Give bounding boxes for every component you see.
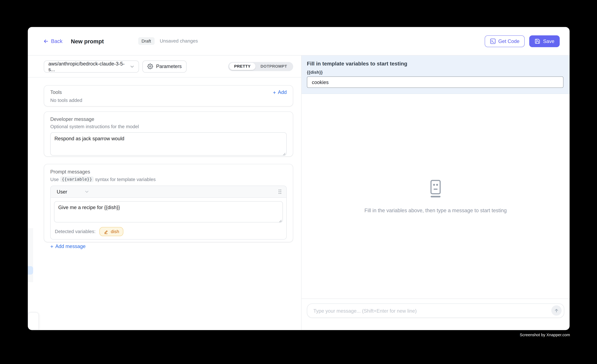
developer-message-subtitle: Optional system instructions for the mod…: [50, 124, 287, 129]
drag-handle-icon[interactable]: [278, 189, 282, 194]
parameters-label: Parameters: [156, 64, 182, 69]
tools-empty-text: No tools added: [50, 98, 287, 103]
toggle-pretty[interactable]: PRETTY: [229, 63, 255, 70]
variable-chip-dish[interactable]: dish: [99, 227, 123, 236]
message-body: Give me a recipe for {{dish}} Detected v…: [51, 198, 286, 239]
variable-syntax-chip: {{variable}}: [60, 176, 94, 182]
detected-variables-label: Detected variables:: [55, 229, 95, 234]
chat-message-input[interactable]: [313, 308, 546, 314]
save-button[interactable]: Save: [529, 35, 560, 47]
parameters-button[interactable]: Parameters: [142, 60, 187, 73]
header: Back New prompt Draft Unsaved changes Ge…: [28, 27, 570, 55]
message-header: User: [51, 186, 286, 198]
prompt-messages-usage: Use {{variable}} syntax for template var…: [50, 176, 287, 182]
add-tool-button[interactable]: + Add: [273, 89, 287, 95]
message-block: User: [50, 186, 287, 239]
tools-title: Tools: [50, 89, 62, 95]
status-badge: Draft: [138, 37, 154, 45]
empty-state-text: Fill in the variables above, then type a…: [364, 207, 507, 213]
pencil-icon: [103, 229, 108, 234]
add-message-button[interactable]: + Add message: [50, 243, 287, 249]
send-button[interactable]: [551, 305, 562, 316]
sidebar-peek-highlight: [28, 266, 33, 274]
chat-empty-state: Fill in the variables above, then type a…: [301, 94, 570, 299]
resize-handle-icon[interactable]: [278, 219, 282, 222]
developer-message-textarea[interactable]: Respond as jack sparrow would: [50, 132, 287, 156]
message-content-textarea[interactable]: Give me a recipe for {{dish}}: [54, 201, 283, 222]
watermark-credit: Screenshot by Xnapper.com: [520, 333, 570, 337]
chevron-down-icon: [130, 64, 134, 69]
header-actions: Get Code Save: [485, 35, 560, 47]
tools-section: Tools + Add No tools added: [44, 85, 293, 106]
screenshot-stage: Back New prompt Draft Unsaved changes Ge…: [0, 0, 597, 364]
editor-sections: Tools + Add No tools added Developer mes…: [28, 77, 301, 242]
get-code-button[interactable]: Get Code: [485, 35, 525, 47]
resize-handle-icon[interactable]: [282, 152, 285, 155]
popover-peek: [28, 312, 39, 330]
save-label: Save: [543, 38, 554, 44]
unsaved-changes-text: Unsaved changes: [160, 38, 198, 44]
add-message-label: Add message: [55, 243, 86, 249]
add-tool-label: Add: [278, 89, 287, 95]
variable-chip-label: dish: [111, 229, 119, 234]
role-select-value: User: [57, 189, 67, 195]
chat-input-bar: [301, 299, 570, 330]
gear-icon: [147, 64, 153, 69]
detected-variables-row: Detected variables: dish: [54, 227, 283, 236]
variables-panel-title: Fill in template variables to start test…: [307, 61, 564, 67]
view-toggle: PRETTY DOTPROMPT: [228, 62, 293, 71]
template-variables-panel: Fill in template variables to start test…: [301, 56, 570, 94]
prompt-editor-window: Back New prompt Draft Unsaved changes Ge…: [28, 27, 570, 330]
usage-prefix: Use: [50, 177, 59, 182]
back-button[interactable]: Back: [43, 38, 63, 44]
prompt-messages-section: Prompt messages Use {{variable}} syntax …: [44, 164, 293, 242]
toggle-dotprompt[interactable]: DOTPROMPT: [256, 63, 292, 70]
developer-message-section: Developer message Optional system instru…: [44, 111, 293, 157]
terminal-icon: [490, 38, 496, 44]
model-toolbar: aws/anthropic/bedrock-claude-3-5-s...: [28, 56, 301, 78]
test-panel: Fill in template variables to start test…: [301, 56, 570, 330]
editor-panel: aws/anthropic/bedrock-claude-3-5-s...: [28, 56, 302, 330]
robot-icon: [428, 179, 443, 197]
prompt-messages-title: Prompt messages: [50, 169, 287, 174]
usage-suffix: syntax for template variables: [95, 177, 156, 182]
chat-input-wrapper: [307, 303, 564, 318]
plus-icon: +: [50, 244, 53, 249]
developer-message-title: Developer message: [50, 116, 287, 122]
variable-value-input[interactable]: [307, 76, 564, 88]
save-icon: [535, 38, 540, 44]
back-arrow-icon: [43, 38, 49, 44]
role-chevron-down-icon[interactable]: [85, 189, 89, 194]
variable-name-label: {{dish}}: [307, 70, 564, 75]
model-select[interactable]: aws/anthropic/bedrock-claude-3-5-s...: [44, 60, 139, 73]
main-split: aws/anthropic/bedrock-claude-3-5-s...: [28, 56, 570, 330]
model-select-value: aws/anthropic/bedrock-claude-3-5-s...: [48, 61, 130, 72]
plus-icon: +: [273, 90, 276, 95]
page-title: New prompt: [71, 38, 104, 44]
get-code-label: Get Code: [498, 38, 519, 44]
back-label: Back: [51, 38, 63, 44]
